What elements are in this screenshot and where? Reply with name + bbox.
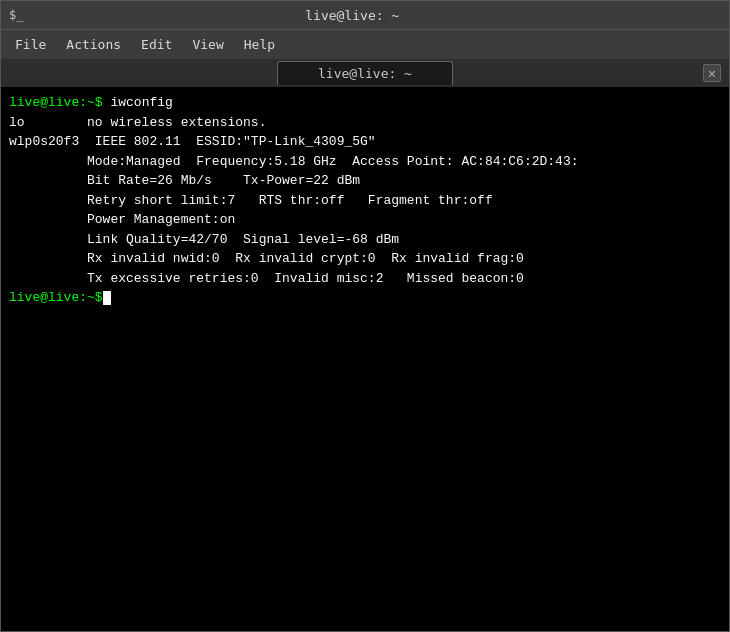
command1: iwconfig bbox=[103, 95, 173, 110]
terminal-output[interactable]: live@live:~$ iwconfig lo no wireless ext… bbox=[1, 87, 729, 631]
terminal-icon: $_ bbox=[9, 8, 23, 22]
terminal-line8: Link Quality=42/70 Signal level=-68 dBm bbox=[9, 230, 721, 250]
title-bar-left: $_ bbox=[9, 8, 23, 22]
terminal-line3: wlp0s20f3 IEEE 802.11 ESSID:"TP-Link_430… bbox=[9, 132, 721, 152]
menu-bar: File Actions Edit View Help bbox=[1, 29, 729, 59]
terminal-line7: Power Management:on bbox=[9, 210, 721, 230]
terminal-line1: lo no wireless extensions. bbox=[9, 113, 721, 133]
title-bar: $_ live@live: ~ bbox=[1, 1, 729, 29]
menu-actions[interactable]: Actions bbox=[56, 35, 131, 54]
tab-close-button[interactable]: ✕ bbox=[703, 64, 721, 82]
terminal-prompt2: live@live:~$ bbox=[9, 288, 721, 308]
terminal-line9: Rx invalid nwid:0 Rx invalid crypt:0 Rx … bbox=[9, 249, 721, 269]
title-bar-title: live@live: ~ bbox=[305, 8, 399, 23]
cursor bbox=[103, 291, 111, 305]
prompt1: live@live:~$ bbox=[9, 95, 103, 110]
menu-view[interactable]: View bbox=[182, 35, 233, 54]
prompt2: live@live:~$ bbox=[9, 290, 103, 305]
terminal-line10: Tx excessive retries:0 Invalid misc:2 Mi… bbox=[9, 269, 721, 289]
terminal-line4: Mode:Managed Frequency:5.18 GHz Access P… bbox=[9, 152, 721, 172]
terminal-tab[interactable]: live@live: ~ bbox=[277, 61, 453, 85]
terminal-line6: Retry short limit:7 RTS thr:off Fragment… bbox=[9, 191, 721, 211]
menu-edit[interactable]: Edit bbox=[131, 35, 182, 54]
menu-file[interactable]: File bbox=[5, 35, 56, 54]
tab-bar: live@live: ~ ✕ bbox=[1, 59, 729, 87]
terminal-line-prompt1: live@live:~$ iwconfig bbox=[9, 93, 721, 113]
menu-help[interactable]: Help bbox=[234, 35, 285, 54]
terminal-window: $_ live@live: ~ File Actions Edit View H… bbox=[0, 0, 730, 632]
terminal-line5: Bit Rate=26 Mb/s Tx-Power=22 dBm bbox=[9, 171, 721, 191]
